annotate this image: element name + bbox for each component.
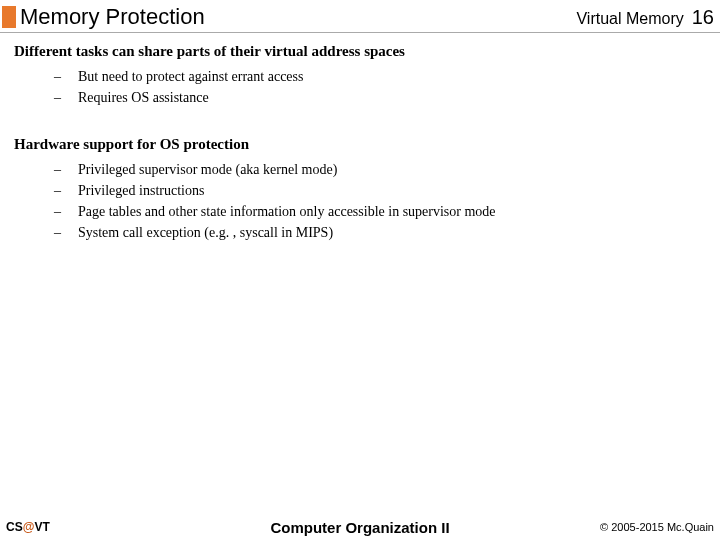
list-item: – Requires OS assistance bbox=[54, 87, 706, 108]
slide-content: Different tasks can share parts of their… bbox=[0, 33, 720, 243]
section-1: Different tasks can share parts of their… bbox=[14, 43, 706, 108]
bullet-dash-icon: – bbox=[54, 66, 78, 87]
list-item: – System call exception (e.g. , syscall … bbox=[54, 222, 706, 243]
slide-footer: CS@VT Computer Organization II © 2005-20… bbox=[0, 520, 720, 534]
footer-copyright: © 2005-2015 Mc.Quain bbox=[600, 521, 714, 533]
bullet-list: – Privileged supervisor mode (aka kernel… bbox=[14, 159, 706, 243]
bullet-dash-icon: – bbox=[54, 180, 78, 201]
section-heading: Hardware support for OS protection bbox=[14, 136, 706, 153]
bullet-text: Privileged instructions bbox=[78, 180, 204, 201]
list-item: – But need to protect against errant acc… bbox=[54, 66, 706, 87]
bullet-text: Requires OS assistance bbox=[78, 87, 209, 108]
list-item: – Page tables and other state informatio… bbox=[54, 201, 706, 222]
bullet-text: Privileged supervisor mode (aka kernel m… bbox=[78, 159, 337, 180]
logo-cs: CS bbox=[6, 520, 23, 534]
bullet-text: System call exception (e.g. , syscall in… bbox=[78, 222, 333, 243]
section-2: Hardware support for OS protection – Pri… bbox=[14, 136, 706, 243]
slide-title: Memory Protection bbox=[20, 4, 205, 30]
bullet-text: Page tables and other state information … bbox=[78, 201, 496, 222]
bullet-list: – But need to protect against errant acc… bbox=[14, 66, 706, 108]
logo-vt: VT bbox=[34, 520, 49, 534]
page-number: 16 bbox=[692, 6, 714, 29]
bullet-dash-icon: – bbox=[54, 159, 78, 180]
logo-at: @ bbox=[23, 520, 35, 534]
slide-header: Memory Protection Virtual Memory 16 bbox=[0, 0, 720, 33]
list-item: – Privileged supervisor mode (aka kernel… bbox=[54, 159, 706, 180]
footer-course: Computer Organization II bbox=[270, 519, 449, 536]
accent-block bbox=[2, 6, 16, 28]
subject-label: Virtual Memory bbox=[576, 10, 683, 28]
footer-logo: CS@VT bbox=[6, 520, 50, 534]
bullet-dash-icon: – bbox=[54, 222, 78, 243]
bullet-text: But need to protect against errant acces… bbox=[78, 66, 303, 87]
bullet-dash-icon: – bbox=[54, 201, 78, 222]
section-heading: Different tasks can share parts of their… bbox=[14, 43, 706, 60]
header-right: Virtual Memory 16 bbox=[576, 6, 714, 29]
list-item: – Privileged instructions bbox=[54, 180, 706, 201]
header-left: Memory Protection bbox=[2, 4, 205, 30]
bullet-dash-icon: – bbox=[54, 87, 78, 108]
